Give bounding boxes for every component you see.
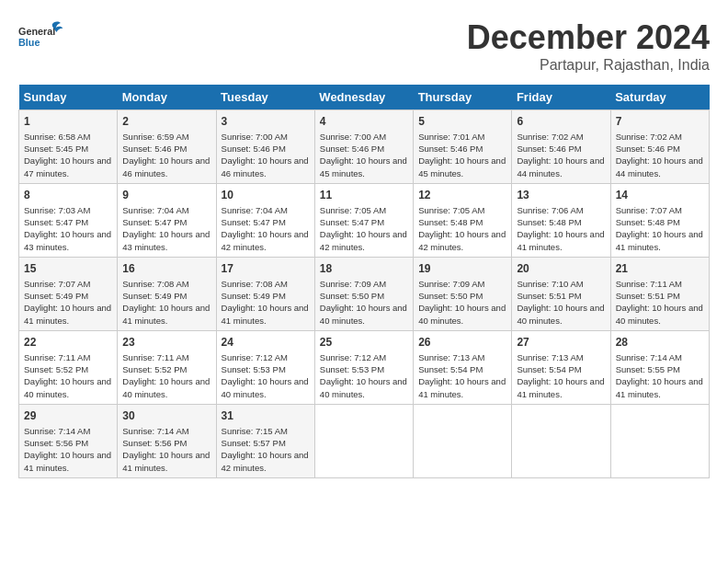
col-monday: Monday [118,85,216,110]
table-row: 23Sunrise: 7:11 AMSunset: 5:52 PMDayligh… [118,330,216,404]
table-row: 26Sunrise: 7:13 AMSunset: 5:54 PMDayligh… [414,330,512,404]
col-tuesday: Tuesday [216,85,314,110]
table-row: 11Sunrise: 7:05 AMSunset: 5:47 PMDayligh… [314,183,413,257]
table-row: 1Sunrise: 6:58 AMSunset: 5:45 PMDaylight… [19,110,118,184]
table-row: 3Sunrise: 7:00 AMSunset: 5:46 PMDaylight… [216,110,314,184]
table-row [414,404,512,477]
table-row: 19Sunrise: 7:09 AMSunset: 5:50 PMDayligh… [414,257,512,330]
col-sunday: Sunday [19,85,118,110]
table-row: 12Sunrise: 7:05 AMSunset: 5:48 PMDayligh… [414,183,512,257]
col-saturday: Saturday [610,85,709,110]
table-row: 16Sunrise: 7:08 AMSunset: 5:49 PMDayligh… [118,257,216,330]
table-row: 27Sunrise: 7:13 AMSunset: 5:54 PMDayligh… [512,330,610,404]
table-row [314,404,413,477]
page-header: General Blue December 2024 Partapur, Raj… [18,18,710,74]
table-row: 29Sunrise: 7:14 AMSunset: 5:56 PMDayligh… [19,404,118,477]
col-thursday: Thursday [414,85,512,110]
table-row: 4Sunrise: 7:00 AMSunset: 5:46 PMDaylight… [314,110,413,184]
col-wednesday: Wednesday [314,85,413,110]
calendar-table: Sunday Monday Tuesday Wednesday Thursday… [18,85,710,478]
table-row: 7Sunrise: 7:02 AMSunset: 5:46 PMDaylight… [610,110,709,184]
table-row [512,404,610,477]
table-row: 25Sunrise: 7:12 AMSunset: 5:53 PMDayligh… [314,330,413,404]
col-friday: Friday [512,85,610,110]
table-row: 14Sunrise: 7:07 AMSunset: 5:48 PMDayligh… [610,183,709,257]
location-subtitle: Partapur, Rajasthan, India [467,57,710,74]
table-row [610,404,709,477]
title-block: December 2024 Partapur, Rajasthan, India [467,18,710,74]
table-row: 24Sunrise: 7:12 AMSunset: 5:53 PMDayligh… [216,330,314,404]
table-row: 28Sunrise: 7:14 AMSunset: 5:55 PMDayligh… [610,330,709,404]
table-row: 21Sunrise: 7:11 AMSunset: 5:51 PMDayligh… [610,257,709,330]
column-headers: Sunday Monday Tuesday Wednesday Thursday… [19,85,710,110]
table-row: 31Sunrise: 7:15 AMSunset: 5:57 PMDayligh… [216,404,314,477]
svg-text:Blue: Blue [18,37,40,48]
table-row: 18Sunrise: 7:09 AMSunset: 5:50 PMDayligh… [314,257,413,330]
month-title: December 2024 [467,18,710,57]
logo-icon: General Blue [18,18,64,55]
table-row: 5Sunrise: 7:01 AMSunset: 5:46 PMDaylight… [414,110,512,184]
table-row: 2Sunrise: 6:59 AMSunset: 5:46 PMDaylight… [118,110,216,184]
table-row: 30Sunrise: 7:14 AMSunset: 5:56 PMDayligh… [118,404,216,477]
table-row: 10Sunrise: 7:04 AMSunset: 5:47 PMDayligh… [216,183,314,257]
table-row: 20Sunrise: 7:10 AMSunset: 5:51 PMDayligh… [512,257,610,330]
table-row: 22Sunrise: 7:11 AMSunset: 5:52 PMDayligh… [19,330,118,404]
logo: General Blue [18,18,64,55]
table-row: 6Sunrise: 7:02 AMSunset: 5:46 PMDaylight… [512,110,610,184]
table-row: 17Sunrise: 7:08 AMSunset: 5:49 PMDayligh… [216,257,314,330]
table-row: 8Sunrise: 7:03 AMSunset: 5:47 PMDaylight… [19,183,118,257]
table-row: 15Sunrise: 7:07 AMSunset: 5:49 PMDayligh… [19,257,118,330]
svg-text:General: General [18,26,55,37]
table-row: 13Sunrise: 7:06 AMSunset: 5:48 PMDayligh… [512,183,610,257]
table-row: 9Sunrise: 7:04 AMSunset: 5:47 PMDaylight… [118,183,216,257]
